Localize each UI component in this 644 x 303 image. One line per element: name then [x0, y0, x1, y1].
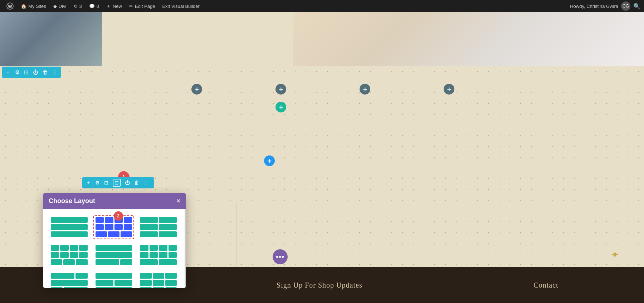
- canvas-main: ＋ ＋ ＋ ＋ ＋ ＋ 1 ＋ ⚙ ⊡ ⊟ ⏻ 🗑 ⋮: [0, 66, 644, 267]
- top-image-left: [0, 12, 102, 66]
- add-module-button-green[interactable]: ＋: [275, 102, 286, 112]
- add-row-button-bottom[interactable]: ＋: [264, 155, 275, 166]
- popup-title: Choose Layout: [49, 197, 95, 205]
- layout-option-3[interactable]: [138, 215, 179, 239]
- settings-icon-green[interactable]: ⚙: [95, 180, 100, 186]
- edit-page-menu[interactable]: ✏ Edit Page: [126, 0, 158, 12]
- choose-layout-popup: Choose Layout × 2: [43, 193, 186, 288]
- plus-icon: ＋: [106, 3, 111, 9]
- power-icon[interactable]: ⏻: [33, 69, 38, 75]
- new-menu[interactable]: ＋ New: [103, 0, 125, 12]
- popup-content: 2: [43, 209, 186, 288]
- comment-icon: 💬: [89, 4, 95, 9]
- svg-text:W: W: [8, 4, 12, 9]
- divider-2: [322, 202, 322, 274]
- wp-logo[interactable]: W: [4, 0, 16, 12]
- delete-icon-green[interactable]: 🗑: [134, 180, 139, 186]
- top-image-right: [293, 12, 644, 66]
- add-icon[interactable]: ＋: [86, 179, 91, 186]
- add-row-icon[interactable]: ＋: [5, 69, 11, 76]
- add-column-button-1[interactable]: ＋: [191, 84, 202, 95]
- my-sites-menu[interactable]: 🏠 My Sites: [18, 0, 49, 12]
- layout-option-selected[interactable]: 2: [93, 215, 135, 239]
- sparkle-icon: ✦: [611, 249, 619, 261]
- divider-4: [494, 202, 494, 274]
- add-column-button-2[interactable]: ＋: [275, 84, 286, 95]
- divi-menu[interactable]: ◆ Divi: [50, 0, 69, 12]
- user-greeting: Howdy, Christina Gwira: [570, 4, 618, 9]
- row-section: 1 ＋ ⚙ ⊡ ⊟ ⏻ 🗑 ⋮ Choose Layout ×: [82, 177, 154, 188]
- layout-option-4[interactable]: [49, 243, 90, 267]
- delete-icon[interactable]: 🗑: [43, 69, 48, 75]
- layout-option-8[interactable]: [93, 271, 135, 288]
- admin-bar: W 🏠 My Sites ◆ Divi ↻ 3 💬 0 ＋ New ✏ Edit…: [0, 0, 644, 12]
- badge-2: 2: [114, 211, 123, 221]
- more-icon[interactable]: ⋮: [52, 69, 58, 76]
- top-images: [0, 12, 644, 66]
- clone-icon-green[interactable]: ⊡: [104, 180, 108, 186]
- add-column-button-4[interactable]: ＋: [444, 84, 454, 95]
- add-column-button-3[interactable]: ＋: [360, 84, 370, 95]
- settings-icon[interactable]: ⚙: [15, 69, 20, 76]
- more-icon-green[interactable]: ⋮: [143, 180, 148, 186]
- divi-icon: ◆: [53, 4, 57, 9]
- divider-1: [236, 202, 236, 274]
- popup-header: Choose Layout ×: [43, 193, 186, 209]
- pencil-icon: ✏: [129, 4, 133, 9]
- admin-bar-right: Howdy, Christina Gwira CG 🔍: [570, 1, 640, 11]
- row-toolbar-green: ＋ ⚙ ⊡ ⊟ ⏻ 🗑 ⋮: [82, 177, 154, 188]
- exit-builder-button[interactable]: Exit Visual Builder: [159, 0, 203, 12]
- search-icon[interactable]: 🔍: [633, 3, 640, 10]
- comments-menu[interactable]: 💬 0: [86, 0, 102, 12]
- updates-icon: ↻: [74, 4, 78, 9]
- user-avatar[interactable]: CG: [621, 1, 630, 11]
- layout-option-1[interactable]: [49, 215, 90, 239]
- footer-contact-link[interactable]: Contact: [533, 281, 558, 289]
- dots-menu-button[interactable]: •••: [273, 249, 288, 264]
- layout-icon-green[interactable]: ⊟: [113, 179, 121, 187]
- page-canvas: ＋ ⚙ ⊡ ⏻ 🗑 ⋮ ＋ ＋ ＋ ＋ ＋ ＋ 1 ＋ ⚙ ⊡: [0, 12, 644, 303]
- row-toolbar-top: ＋ ⚙ ⊡ ⏻ 🗑 ⋮: [2, 67, 61, 78]
- layout-option-5[interactable]: [93, 243, 135, 267]
- close-popup-button[interactable]: ×: [176, 197, 180, 205]
- layout-option-9[interactable]: [138, 271, 179, 288]
- layout-option-6[interactable]: [138, 243, 179, 267]
- footer-signup-link[interactable]: Sign Up For Shop Updates: [277, 281, 362, 289]
- power-icon-green[interactable]: ⏻: [125, 180, 130, 186]
- updates-menu[interactable]: ↻ 3: [71, 0, 85, 12]
- layout-option-7[interactable]: [49, 271, 90, 288]
- divider-3: [408, 202, 408, 274]
- home-icon: 🏠: [21, 4, 26, 9]
- clone-icon[interactable]: ⊡: [24, 69, 29, 76]
